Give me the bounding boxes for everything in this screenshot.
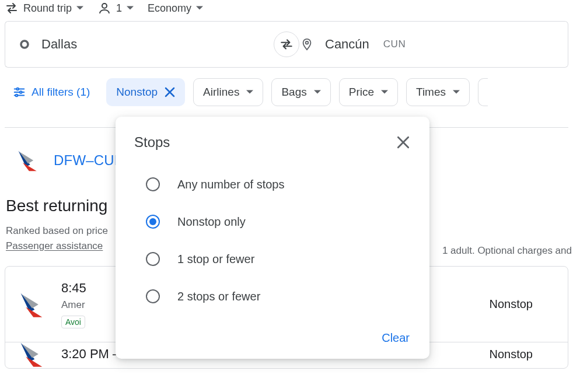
filter-chip-airlines[interactable]: Airlines (193, 78, 263, 106)
close-button[interactable] (396, 135, 411, 150)
chip-label: Times (416, 86, 446, 99)
tune-icon (13, 86, 26, 99)
chip-label: Nonstop (116, 86, 158, 99)
caret-down-icon (127, 5, 134, 12)
popover-header: Stops (116, 117, 429, 159)
caret-down-icon (314, 89, 321, 96)
clear-button[interactable]: Clear (382, 331, 410, 345)
filter-chip-times[interactable]: Times (406, 78, 470, 106)
svg-point-0 (102, 4, 107, 8)
radio-icon (146, 289, 160, 303)
destination-field[interactable]: Cancún CUN (286, 21, 568, 68)
chip-label: Bags (281, 86, 306, 99)
cabin-selector[interactable]: Economy (148, 2, 203, 15)
svg-point-7 (20, 91, 22, 93)
filter-chip-stops[interactable]: Nonstop (106, 78, 185, 106)
flight-info: 8:45 Amer Avoi (61, 281, 86, 328)
stops-radio-group: Any number of stops Nonstop only 1 stop … (116, 159, 429, 320)
swap-horiz-icon (279, 37, 294, 52)
radio-label: Nonstop only (177, 215, 246, 229)
radio-2-stops[interactable]: 2 stops or fewer (146, 278, 411, 315)
trip-options-bar: Round trip 1 Economy (0, 0, 573, 21)
stops-label: Nonstop (490, 298, 557, 311)
airline-logo-icon (17, 289, 47, 320)
radio-icon (146, 215, 160, 229)
radio-nonstop[interactable]: Nonstop only (146, 203, 411, 240)
trip-type-label: Round trip (23, 2, 72, 15)
search-row: Dallas Cancún CUN (0, 21, 573, 68)
svg-point-2 (306, 41, 309, 44)
close-icon[interactable] (165, 87, 175, 97)
passenger-selector[interactable]: 1 (97, 1, 134, 15)
origin-value: Dallas (41, 37, 77, 52)
caret-down-icon (381, 89, 388, 96)
swap-button[interactable] (274, 32, 299, 57)
filters-row: All filters (1) Nonstop Airlines Bags Pr… (0, 68, 573, 106)
stops-label: Nonstop (490, 348, 557, 361)
subtext-right: 1 adult. Optional charges and (442, 245, 572, 257)
cabin-label: Economy (148, 2, 191, 15)
all-filters-button[interactable]: All filters (1) (5, 81, 98, 103)
radio-any-stops[interactable]: Any number of stops (146, 166, 411, 203)
popover-title: Stops (134, 134, 170, 150)
filter-chip-price[interactable]: Price (339, 78, 398, 106)
passenger-count: 1 (116, 2, 122, 15)
subtext-left: Ranked based on price (6, 225, 108, 236)
filter-chip-more[interactable] (478, 78, 488, 106)
filter-chip-bags[interactable]: Bags (271, 78, 330, 106)
caret-down-icon (76, 5, 83, 12)
popover-footer: Clear (116, 320, 429, 354)
airline-logo-icon (17, 342, 47, 368)
radio-label: 2 stops or fewer (177, 290, 260, 303)
all-filters-label: All filters (1) (32, 86, 90, 99)
trip-type-selector[interactable]: Round trip (5, 1, 83, 15)
destination-value: Cancún (325, 37, 369, 52)
flight-time: 8:45 (61, 281, 86, 296)
radio-label: 1 stop or fewer (177, 253, 254, 266)
svg-point-6 (16, 88, 19, 90)
caret-down-icon (196, 5, 203, 12)
airline-name: Amer (61, 299, 86, 311)
radio-1-stop[interactable]: 1 stop or fewer (146, 240, 411, 278)
airline-logo-icon (15, 148, 41, 173)
destination-code: CUN (383, 38, 406, 50)
circle-icon (19, 39, 30, 50)
stops-popover: Stops Any number of stops Nonstop only 1… (116, 117, 429, 359)
route-label[interactable]: DFW–CUN (54, 152, 124, 169)
radio-icon (146, 177, 160, 191)
svg-point-1 (21, 41, 28, 48)
caret-down-icon (453, 89, 460, 96)
origin-field[interactable]: Dallas (5, 21, 286, 68)
avoid-badge: Avoi (61, 316, 85, 328)
svg-point-8 (16, 94, 18, 97)
chip-label: Airlines (203, 86, 239, 99)
chip-label: Price (349, 86, 374, 99)
caret-down-icon (246, 89, 253, 96)
swap-icon (5, 1, 19, 15)
radio-label: Any number of stops (177, 178, 284, 191)
person-icon (97, 1, 111, 15)
close-icon (396, 135, 411, 150)
radio-icon (146, 252, 160, 266)
passenger-assistance-link[interactable]: Passenger assistance (6, 240, 103, 251)
pin-icon (301, 37, 313, 52)
